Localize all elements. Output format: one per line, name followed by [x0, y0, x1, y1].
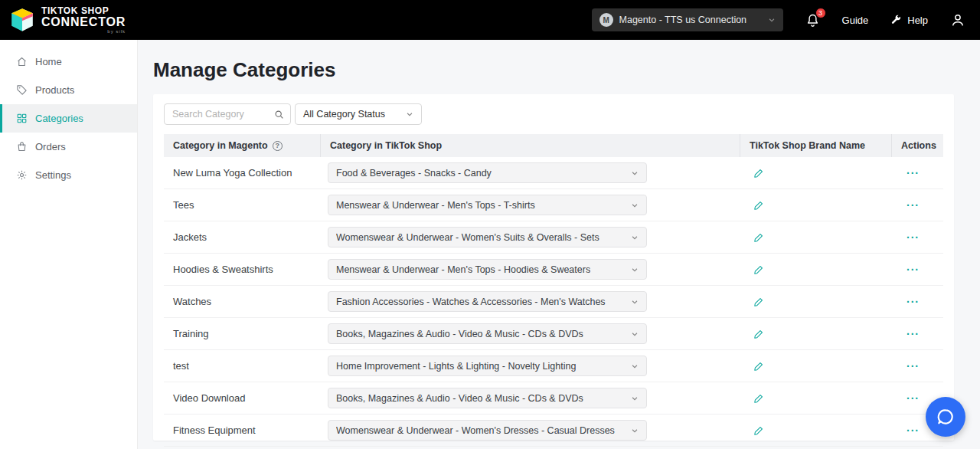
tiktok-category-select[interactable]: Womenswear & Underwear - Women's Dresses…	[328, 420, 647, 441]
search-icon	[274, 110, 284, 120]
edit-brand-icon[interactable]	[753, 200, 764, 211]
info-icon[interactable]: ?	[273, 141, 283, 151]
row-actions-icon[interactable]: ···	[906, 200, 920, 211]
magento-category-name: Tees	[173, 199, 194, 211]
chevron-down-icon	[631, 266, 639, 274]
tiktok-category-select[interactable]: Menswear & Underwear - Men's Tops - T-sh…	[328, 195, 647, 215]
edit-brand-icon[interactable]	[753, 361, 764, 372]
sidebar-item-label: Settings	[35, 169, 71, 181]
help-label: Help	[907, 15, 928, 26]
row-actions-icon[interactable]: ···	[906, 393, 920, 404]
tiktok-category-value: Books, Magazines & Audio - Video & Music…	[336, 329, 583, 339]
tiktok-category-select[interactable]: Books, Magazines & Audio - Video & Music…	[328, 388, 647, 408]
table-header: Category in Magento ? Category in TikTok…	[164, 134, 943, 157]
categories-card: All Category Status Category in Magento …	[153, 94, 954, 441]
edit-brand-icon[interactable]	[753, 393, 764, 404]
table-row: test Home Improvement - Lights & Lightin…	[164, 350, 943, 382]
sidebar: Home Products Categories Orders	[0, 40, 138, 449]
logo-text: TIKTOK SHOP CONNECTOR by silk	[41, 6, 126, 34]
row-actions-icon[interactable]: ···	[906, 232, 920, 243]
chevron-down-icon	[631, 427, 639, 434]
account-button[interactable]	[949, 11, 966, 28]
search-category-input[interactable]	[164, 103, 291, 125]
guide-label: Guide	[842, 15, 869, 26]
magento-category-name: test	[173, 360, 189, 372]
row-actions-icon[interactable]: ···	[906, 361, 920, 372]
edit-brand-icon[interactable]	[753, 264, 764, 275]
row-actions-icon[interactable]: ···	[906, 329, 920, 339]
tiktok-category-value: Womenswear & Underwear - Women's Suits &…	[336, 232, 599, 243]
gear-icon	[16, 169, 28, 181]
user-icon	[949, 11, 966, 28]
categories-table: Category in Magento ? Category in TikTok…	[164, 134, 943, 447]
logo-byline: by silk	[41, 29, 126, 34]
sidebar-item-orders[interactable]: Orders	[0, 133, 137, 161]
table-row: Jackets Womenswear & Underwear - Women's…	[164, 221, 943, 254]
tiktok-category-select[interactable]: Fashion Accessories - Watches & Accessor…	[328, 291, 647, 312]
home-icon	[16, 56, 28, 67]
chevron-down-icon	[631, 169, 639, 177]
chat-bubble-icon	[936, 407, 956, 427]
tiktok-category-select[interactable]: Food & Beverages - Snacks - Candy	[328, 162, 647, 183]
tiktok-category-select[interactable]: Menswear & Underwear - Men's Tops - Hood…	[328, 259, 647, 280]
toolbar: All Category Status	[164, 103, 943, 125]
top-bar-right: M Magento - TTS us Connection 3 Guide He…	[592, 8, 966, 31]
tiktok-category-value: Menswear & Underwear - Men's Tops - T-sh…	[336, 200, 535, 211]
tiktok-shop-connector-logo-icon	[8, 5, 37, 34]
edit-brand-icon[interactable]	[753, 329, 764, 339]
row-actions-icon[interactable]: ···	[906, 264, 920, 275]
table-row: Tees Menswear & Underwear - Men's Tops -…	[164, 189, 943, 221]
magento-category-name: Hoodies & Sweatshirts	[173, 264, 273, 275]
help-link[interactable]: Help	[890, 14, 928, 26]
table-row: Hoodies & Sweatshirts Menswear & Underwe…	[164, 254, 943, 286]
tiktok-category-value: Food & Beverages - Snacks - Candy	[336, 168, 492, 179]
wrench-icon	[890, 14, 902, 26]
notification-count-badge: 3	[815, 8, 826, 18]
chat-widget-button[interactable]	[926, 397, 965, 437]
sidebar-item-products[interactable]: Products	[0, 76, 137, 104]
chevron-down-icon	[631, 330, 639, 338]
main-content: Manage Categories All Category Status	[138, 40, 980, 449]
col-header-category-in-magento: Category in Magento ?	[164, 134, 320, 157]
table-row: Fitness Equipment Womenswear & Underwear…	[164, 415, 943, 447]
row-actions-icon[interactable]: ···	[906, 425, 920, 436]
row-actions-icon[interactable]: ···	[906, 168, 920, 179]
magento-category-name: New Luma Yoga Collection	[173, 167, 292, 179]
edit-brand-icon[interactable]	[753, 425, 764, 436]
row-actions-icon[interactable]: ···	[906, 297, 920, 307]
edit-brand-icon[interactable]	[753, 232, 764, 243]
chevron-down-icon	[768, 16, 776, 24]
tag-icon	[16, 84, 28, 96]
table-row: New Luma Yoga Collection Food & Beverage…	[164, 157, 943, 189]
notifications-button[interactable]: 3	[805, 12, 821, 28]
sidebar-item-label: Home	[35, 56, 62, 67]
page-title: Manage Categories	[153, 58, 954, 82]
sidebar-item-categories[interactable]: Categories	[0, 104, 137, 133]
store-connection-label: Magento - TTS us Connection	[619, 15, 762, 25]
guide-link[interactable]: Guide	[842, 15, 869, 26]
app-logo: TIKTOK SHOP CONNECTOR by silk	[8, 5, 126, 34]
shopping-bag-icon	[16, 141, 28, 152]
tiktok-category-value: Fashion Accessories - Watches & Accessor…	[336, 297, 606, 307]
edit-brand-icon[interactable]	[753, 297, 764, 307]
sidebar-item-label: Orders	[35, 141, 66, 152]
tiktok-category-select[interactable]: Home Improvement - Lights & Lighting - N…	[328, 356, 647, 376]
sidebar-item-settings[interactable]: Settings	[0, 161, 137, 189]
magento-category-name: Fitness Equipment	[173, 424, 256, 436]
magento-category-name: Watches	[173, 296, 211, 307]
magento-category-name: Video Download	[173, 392, 245, 404]
edit-brand-icon[interactable]	[753, 168, 764, 179]
chevron-down-icon	[631, 202, 639, 209]
store-connection-select[interactable]: M Magento - TTS us Connection	[592, 8, 783, 31]
logo-line1: TIKTOK SHOP	[41, 6, 126, 16]
category-status-filter[interactable]: All Category Status	[295, 103, 422, 125]
tiktok-category-select[interactable]: Books, Magazines & Audio - Video & Music…	[328, 323, 647, 344]
table-row: Watches Fashion Accessories - Watches & …	[164, 286, 943, 318]
magento-category-name: Jackets	[173, 231, 207, 243]
tiktok-category-value: Home Improvement - Lights & Lighting - N…	[336, 361, 576, 372]
magento-avatar: M	[599, 13, 613, 27]
sidebar-item-home[interactable]: Home	[0, 48, 137, 76]
sidebar-item-label: Categories	[35, 113, 83, 124]
tiktok-category-select[interactable]: Womenswear & Underwear - Women's Suits &…	[328, 227, 647, 247]
magento-category-name: Training	[173, 328, 208, 339]
